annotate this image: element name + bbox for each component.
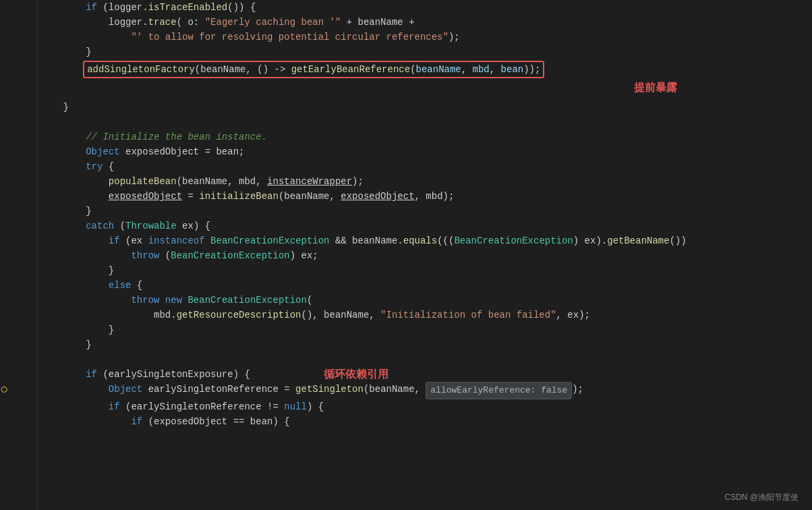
code-line-23: ◯ Object earlySingletonReference = getSi…	[40, 382, 812, 399]
code-line-18: throw new BeanCreationException(	[40, 293, 812, 308]
code-container: if (logger.isTraceEnabled()) { logger.tr…	[0, 0, 812, 510]
annotation-circular-ref: 循环依赖引用	[324, 367, 388, 382]
code-line-17: else {	[40, 278, 812, 293]
annotation-early-expose-container: 提前暴露	[40, 80, 812, 100]
code-line-3: "' to allow for resolving potential circ…	[40, 30, 812, 45]
code-line-5: addSingletonFactory(beanName, () -> getE…	[40, 61, 812, 78]
code-line-1: if (logger.isTraceEnabled()) {	[40, 0, 812, 15]
code-line-13: catch (Throwable ex) {	[40, 219, 812, 233]
code-line-20: }	[40, 322, 812, 337]
code-line-7: // Initialize the bean instance.	[40, 130, 812, 144]
code-line-24: if (earlySingletonReference != null) {	[40, 399, 812, 414]
annotation-early-expose: 提前暴露	[634, 81, 677, 95]
code-area: if (logger.isTraceEnabled()) { logger.tr…	[0, 0, 812, 429]
code-line-16: }	[40, 263, 812, 278]
code-line-22: if (earlySingletonExposure) { 循环依赖引用	[40, 367, 812, 382]
code-line-11: exposedObject = initializeBean(beanName,…	[40, 189, 812, 204]
code-line-15: throw (BeanCreationException) ex;	[40, 248, 812, 263]
code-line-empty1	[40, 115, 812, 130]
code-line-12: }	[40, 204, 812, 219]
code-line-9: try {	[40, 159, 812, 174]
code-line-10: populateBean(beanName, mbd, instanceWrap…	[40, 174, 812, 189]
code-line-25: if (exposedObject == bean) {	[40, 414, 812, 429]
code-line-8: Object exposedObject = bean;	[40, 144, 812, 159]
param-hint-allowEarlyReference: allowEarlyReference: false	[426, 382, 572, 399]
watermark: CSDN @渔阳节度使	[724, 492, 799, 503]
code-line-6: }	[40, 100, 812, 115]
code-line-21: }	[40, 337, 812, 352]
code-line-empty2	[40, 352, 812, 367]
code-line-4: }	[40, 45, 812, 59]
code-line-14: if (ex instanceof BeanCreationException …	[40, 233, 812, 248]
gutter-warning-icon: ◯	[1, 382, 7, 397]
code-line-19: mbd.getResourceDescription(), beanName, …	[40, 308, 812, 322]
code-line-2: logger.trace( o: "Eagerly caching bean '…	[40, 15, 812, 30]
